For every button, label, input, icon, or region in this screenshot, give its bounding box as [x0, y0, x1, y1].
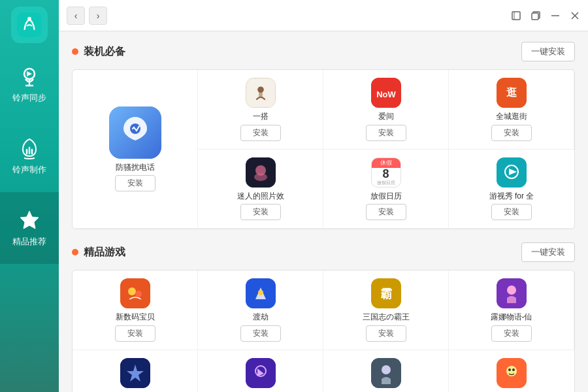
- install-button-sanguo[interactable]: 安装: [366, 325, 406, 342]
- app-name-quancheng: 全城逛街: [496, 112, 527, 122]
- install-button-photo[interactable]: 安装: [240, 204, 281, 220]
- sidebar-item-featured[interactable]: 精品推荐: [0, 192, 59, 264]
- svg-rect-6: [532, 13, 538, 20]
- list-item: 究极数码暴 安装: [449, 350, 574, 392]
- nav-buttons: ‹ ›: [67, 7, 107, 25]
- restore-icon[interactable]: [531, 10, 541, 21]
- games-dot: [72, 249, 78, 255]
- app-icon-jifeng: [371, 358, 401, 388]
- install-button-lunu[interactable]: 安装: [491, 325, 532, 342]
- essential-header: 装机必备 一键安装: [72, 42, 575, 61]
- app-name-photo: 迷人的照片效: [237, 191, 284, 202]
- app-name-sanguo: 三国志の霸王: [363, 312, 410, 323]
- app-icon-chao: [246, 358, 276, 388]
- app-name-yita: 一搭: [253, 112, 269, 122]
- sidebar-item-label-featured: 精品推荐: [12, 236, 46, 248]
- calendar-top: 休假: [372, 158, 400, 168]
- app-info-aijian: 爱间 安装: [366, 112, 406, 141]
- app-icon-holiday: 休假 8 放假日历: [371, 157, 401, 188]
- install-button-dujie[interactable]: 安装: [240, 325, 281, 342]
- app-name-aijian: 爱间: [378, 112, 394, 122]
- app-info-dujie: 渡劫 安装: [240, 312, 281, 342]
- sidebar-item-label-make: 铃声制作: [12, 164, 46, 176]
- sidebar-item-ringtone-make[interactable]: 铃声制作: [0, 120, 59, 192]
- svg-text:NoW: NoW: [376, 90, 396, 99]
- svg-point-34: [382, 365, 391, 374]
- app-icon-sanguo: 霸: [371, 278, 401, 308]
- install-button-aijian[interactable]: 安装: [366, 125, 406, 141]
- app-icon-yita: [246, 78, 276, 108]
- essential-title: 装机必备: [84, 45, 125, 59]
- games-title: 精品游戏: [84, 246, 125, 259]
- app-name-xinshu: 新数码宝贝: [116, 312, 155, 323]
- sidebar-item-label-sync: 铃声同步: [12, 92, 46, 104]
- essential-grid: 防骚扰电话 安装 一搭: [72, 69, 575, 229]
- list-item: 疾风剑魂-地 安装: [323, 350, 449, 392]
- svg-point-10: [257, 86, 264, 93]
- app-info-holiday: 放假日历 安装: [366, 191, 406, 221]
- sidebar-item-ringtone-sync[interactable]: 铃声同步: [0, 48, 59, 120]
- app-icon-dujie: [246, 278, 276, 308]
- games-one-click-button[interactable]: 一键安装: [521, 242, 575, 262]
- app-name-youshi: 游视秀 for 全: [489, 191, 534, 202]
- svg-point-17: [254, 173, 267, 181]
- games-header: 精品游戏 一键安装: [72, 242, 575, 262]
- list-item: NoW 爱间 安装: [323, 70, 449, 150]
- close-icon[interactable]: [570, 10, 580, 21]
- sidebar: 铃声同步 铃声制作 精品推荐: [0, 0, 59, 392]
- resize-icon[interactable]: [511, 10, 521, 21]
- main-panel: ‹ › 装机必备 一键安: [59, 0, 588, 392]
- games-section: 精品游戏 一键安装 新数码宝贝: [72, 242, 575, 392]
- titlebar: ‹ ›: [59, 0, 588, 31]
- calendar-sub: 放假日历: [377, 180, 395, 186]
- svg-text:逛: 逛: [506, 87, 517, 98]
- app-info-lunu: 露娜物语-仙 安装: [491, 312, 532, 342]
- app-logo: [11, 7, 48, 43]
- list-item: 防骚扰电话 安装: [73, 70, 198, 229]
- app-icon-lunu: [497, 278, 527, 308]
- svg-marker-3: [20, 211, 39, 229]
- back-button[interactable]: ‹: [67, 7, 85, 25]
- svg-point-29: [507, 286, 516, 295]
- list-item: 逛 全城逛街 安装: [449, 70, 574, 150]
- app-info-xinshu: 新数码宝贝 安装: [115, 312, 155, 342]
- calendar-num: 8: [382, 168, 389, 180]
- list-item: 迷人的照片效 安装: [198, 150, 323, 229]
- app-icon-aijian: NoW: [371, 78, 401, 108]
- install-button-anti-harass[interactable]: 安装: [115, 175, 155, 191]
- app-name-holiday: 放假日历: [370, 191, 402, 202]
- list-item: 露娜物语-仙 安装: [449, 270, 574, 350]
- app-info-sanguo: 三国志の霸王 安装: [363, 312, 410, 342]
- install-button-yita[interactable]: 安装: [240, 125, 281, 141]
- app-info-yita: 一搭 安装: [240, 112, 281, 141]
- list-item: 灵域戮仙-诛 安装: [73, 350, 198, 392]
- essential-dot: [72, 48, 78, 55]
- games-title-wrap: 精品游戏: [72, 246, 125, 259]
- install-button-xinshu[interactable]: 安装: [115, 325, 155, 342]
- games-grid: 新数码宝贝 安装 渡劫 安装: [72, 270, 575, 392]
- app-name-dujie: 渡劫: [253, 312, 269, 323]
- list-item: 一搭 安装: [198, 70, 323, 150]
- minimize-icon[interactable]: [550, 10, 561, 21]
- app-icon-quancheng: 逛: [497, 78, 527, 108]
- install-button-youshi[interactable]: 安装: [491, 204, 532, 220]
- forward-button[interactable]: ›: [89, 7, 107, 25]
- list-item: 新数码宝贝 安装: [73, 270, 198, 350]
- app-name-lunu: 露娜物语-仙: [491, 312, 532, 323]
- svg-point-25: [258, 290, 263, 295]
- svg-point-1: [27, 17, 31, 21]
- app-icon-photo: [246, 157, 276, 188]
- app-info-youshi: 游视秀 for 全 安装: [489, 191, 534, 221]
- svg-point-23: [135, 291, 142, 297]
- app-icon-youshi: [497, 157, 527, 188]
- list-item: 超能继承者- 安装: [198, 350, 323, 392]
- app-icon-anti-harass: [109, 106, 161, 159]
- list-item: 霸 三国志の霸王 安装: [323, 270, 449, 350]
- app-info-quancheng: 全城逛街 安装: [491, 112, 532, 141]
- app-info-anti-harass: 防骚扰电话 安装: [115, 163, 155, 192]
- install-button-quancheng[interactable]: 安装: [491, 125, 532, 141]
- list-item: 渡劫 安装: [198, 270, 323, 350]
- svg-text:霸: 霸: [380, 287, 392, 301]
- install-button-holiday[interactable]: 安装: [366, 204, 406, 220]
- essential-one-click-button[interactable]: 一键安装: [521, 42, 575, 61]
